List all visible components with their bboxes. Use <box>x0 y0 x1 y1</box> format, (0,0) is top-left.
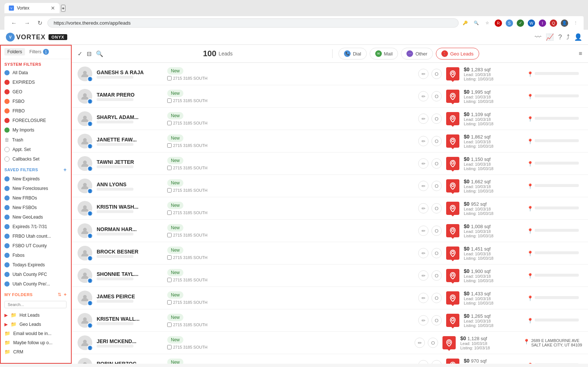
geo-badge[interactable] <box>446 247 459 260</box>
geo-badge[interactable] <box>446 314 459 327</box>
filter-icon[interactable]: ⊟ <box>87 50 92 57</box>
lead-row[interactable]: 👤 SHARYL ADAM... New 2715 3185 SOUTH ✏ O <box>72 108 588 130</box>
key-icon[interactable]: 🔑 <box>462 19 469 27</box>
sidebar-item-frbo-utah[interactable]: FRBO Utah count... <box>0 231 71 241</box>
lead-checkbox[interactable] <box>167 166 172 170</box>
geo-badge[interactable] <box>446 134 459 148</box>
call-icon[interactable]: O <box>431 315 442 325</box>
reload-button[interactable]: ↻ <box>35 19 44 27</box>
filters-tab[interactable]: Filters 1 <box>26 48 52 56</box>
add-folder-button[interactable]: + <box>64 292 67 297</box>
sidebar-item-frbo[interactable]: FRBO <box>0 106 71 116</box>
edit-icon[interactable]: ✏ <box>418 203 429 213</box>
edit-icon[interactable]: ✏ <box>418 270 429 281</box>
sidebar-item-new-geoleads[interactable]: New GeoLeads <box>0 212 71 222</box>
help-icon[interactable]: ? <box>558 33 562 41</box>
mail-button[interactable]: ✉ Mail <box>370 48 398 60</box>
list-view-icon[interactable]: ≡ <box>579 50 582 57</box>
profile-icon[interactable]: 👤 <box>561 19 568 27</box>
call-icon[interactable]: O <box>431 203 442 213</box>
edit-icon[interactable]: ✏ <box>418 360 429 364</box>
call-icon[interactable]: O <box>431 293 442 303</box>
search-folders-input[interactable] <box>4 301 67 308</box>
search-leads-icon[interactable]: 🔍 <box>96 50 103 57</box>
call-icon[interactable]: O <box>431 248 442 258</box>
sidebar-item-appt-set[interactable]: Appt. Set <box>0 145 71 154</box>
call-icon[interactable]: O <box>428 338 438 348</box>
sidebar-item-all-data[interactable]: All Data <box>0 68 71 78</box>
sidebar-item-geo[interactable]: GEO <box>0 87 71 97</box>
chart-icon[interactable]: 📈 <box>546 33 554 41</box>
search-icon[interactable]: 🔍 <box>473 19 480 27</box>
edit-icon[interactable]: ✏ <box>418 293 429 303</box>
extension-icon-6[interactable]: Q <box>550 19 557 27</box>
lead-row[interactable]: 👤 BROCK BESNER New 2715 3185 SOUTH ✏ O <box>72 242 588 265</box>
user-settings-icon[interactable]: 👤 <box>574 33 582 41</box>
lead-row[interactable]: 👤 KRISTEN WALL... New 2715 3185 SOUTH ✏ … <box>72 309 588 332</box>
lead-checkbox[interactable] <box>167 188 172 193</box>
edit-icon[interactable]: ✏ <box>418 136 429 146</box>
sort-folders-icon[interactable]: ⇅ <box>58 292 61 297</box>
lead-row[interactable]: 👤 JAMES PEIRCE New 2715 3185 SOUTH ✏ O <box>72 287 588 309</box>
lead-checkbox[interactable] <box>167 76 172 80</box>
geo-badge[interactable] <box>446 359 459 364</box>
menu-icon[interactable]: ⋮ <box>572 19 579 27</box>
lead-row[interactable]: 👤 JERI MCKEND... New 2715 3185 SOUTH ✏ O <box>72 332 588 354</box>
lead-row[interactable]: 👤 GANESH S A RAJA New 2715 3185 SOUTH ✏ … <box>72 63 588 85</box>
sidebar-item-fsbo-ut[interactable]: FSBO UT County <box>0 241 71 251</box>
check-icon[interactable]: ✓ <box>78 50 82 57</box>
geo-badge[interactable] <box>446 224 459 237</box>
call-icon[interactable]: O <box>431 69 442 79</box>
call-icon[interactable]: O <box>431 181 442 191</box>
sidebar-item-todays-expireds[interactable]: Todays Expireds <box>0 260 71 270</box>
geo-badge[interactable] <box>446 269 459 282</box>
extension-icon-2[interactable]: S <box>506 19 513 27</box>
call-icon[interactable]: O <box>431 114 442 124</box>
edit-icon[interactable]: ✏ <box>418 226 429 236</box>
lead-checkbox[interactable] <box>167 300 172 305</box>
lead-checkbox[interactable] <box>167 211 172 215</box>
call-icon[interactable]: O <box>431 91 442 101</box>
sidebar-item-foreclosure[interactable]: FORECLOSURE <box>0 116 71 125</box>
sidebar-item-trash[interactable]: 🗑 Trash <box>0 135 71 145</box>
geo-badge[interactable] <box>446 202 459 215</box>
lead-checkbox[interactable] <box>167 143 172 148</box>
back-button[interactable]: ← <box>9 19 19 27</box>
lead-row[interactable]: 👤 KRISTIN WASH... New 2715 3185 SOUTH ✏ … <box>72 197 588 220</box>
lead-row[interactable]: 👤 SHONNIE TAYL... New 2715 3185 SOUTH ✏ … <box>72 265 588 287</box>
sidebar-item-fsbos[interactable]: Fsbos <box>0 251 71 260</box>
lead-checkbox[interactable] <box>167 345 172 349</box>
folder-item-crm[interactable]: 📁 CRM <box>0 347 71 356</box>
lead-checkbox[interactable] <box>167 278 172 282</box>
extension-icon-4[interactable]: W <box>528 19 535 27</box>
edit-icon[interactable]: ✏ <box>418 114 429 124</box>
edit-icon[interactable]: ✏ <box>418 69 429 79</box>
geo-badge[interactable] <box>446 90 459 103</box>
lead-row[interactable]: 👤 NORMAN HAR... New 2715 3185 SOUTH ✏ O <box>72 220 588 242</box>
lead-checkbox[interactable] <box>167 255 172 260</box>
call-icon[interactable]: O <box>431 360 442 364</box>
forward-button[interactable]: → <box>22 19 32 27</box>
lead-checkbox[interactable] <box>167 323 172 327</box>
sidebar-item-new-frbos[interactable]: New FRBOs <box>0 193 71 203</box>
sidebar-item-my-imports[interactable]: My Imports <box>0 125 71 135</box>
sidebar-item-expireds[interactable]: EXPIREDS <box>0 78 71 87</box>
sidebar-item-fsbo[interactable]: FSBO <box>0 97 71 106</box>
sidebar-item-expireds-7131[interactable]: Expireds 7/1-7/31 <box>0 222 71 231</box>
sidebar-item-new-expireds[interactable]: New Expireds <box>0 174 71 184</box>
edit-icon[interactable]: ✏ <box>418 181 429 191</box>
extension-icon-1[interactable]: R <box>495 19 502 27</box>
call-icon[interactable]: O <box>431 136 442 146</box>
extension-icon-3[interactable]: ✓ <box>517 19 524 27</box>
edit-icon[interactable]: ✏ <box>418 158 429 169</box>
geo-badge[interactable] <box>446 67 459 80</box>
close-tab-button[interactable]: ✕ <box>51 5 55 11</box>
call-icon[interactable]: O <box>431 158 442 169</box>
folder-item-geo-leads[interactable]: ▶ 📁 Geo Leads <box>0 320 71 329</box>
geo-badge[interactable] <box>442 336 456 349</box>
lead-checkbox[interactable] <box>167 233 172 237</box>
new-tab-button[interactable]: + <box>61 5 65 12</box>
lead-checkbox[interactable] <box>167 98 172 103</box>
geo-badge[interactable] <box>446 291 459 305</box>
folder-item-email[interactable]: 📁 Email would be in... <box>0 329 71 338</box>
